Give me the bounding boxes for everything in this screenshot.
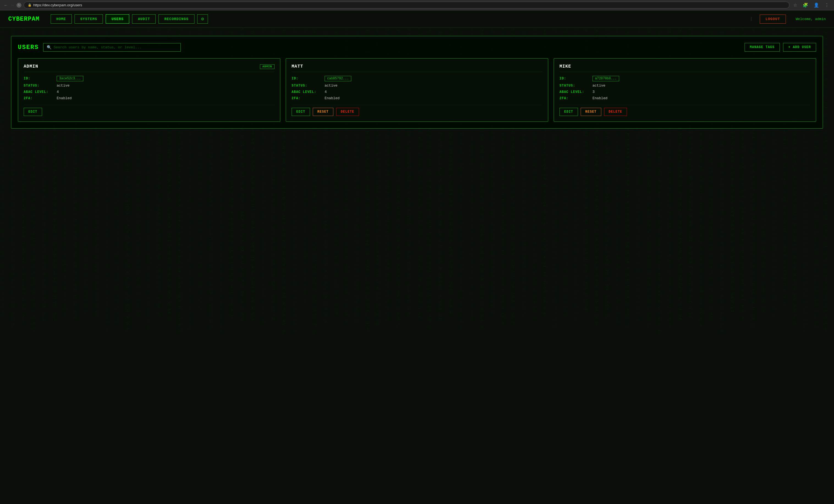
abac-value-admin: 4 <box>57 90 59 94</box>
twofa-label-mike: 2FA: <box>559 96 590 100</box>
card-body-matt: ID: cab85792... STATUS: active ABAC LEVE… <box>291 76 543 100</box>
reload-button[interactable]: ↻ <box>17 3 21 8</box>
card-row-id-admin: ID: 3ace52c3... <box>24 76 275 81</box>
card-row-id-mike: ID: a72870b8... <box>559 76 810 81</box>
nav-users[interactable]: USERS <box>106 14 129 24</box>
card-row-abac-mike: ABAC LEVEL: 3 <box>559 90 810 94</box>
status-label-matt: STATUS: <box>291 84 322 88</box>
panel-title: USERS <box>18 44 39 51</box>
nav-systems[interactable]: SYSTEMS <box>74 14 103 24</box>
edit-button-admin[interactable]: EDIT <box>24 108 42 116</box>
abac-label-mike: ABAC LEVEL: <box>559 90 590 94</box>
card-actions-matt: EDIT RESET DELETE <box>291 108 543 116</box>
status-value-mike: active <box>592 84 606 88</box>
welcome-text: Welcome, admin <box>796 17 826 21</box>
card-header-admin: ADMIN ADMIN <box>24 64 275 72</box>
manage-tags-button[interactable]: MANAGE TAGS <box>745 43 780 52</box>
edit-button-mike[interactable]: EDIT <box>559 108 578 116</box>
nav-recordings[interactable]: RECORDINGS <box>158 14 194 24</box>
status-value-admin: active <box>57 84 70 88</box>
panel-actions: MANAGE TAGS + ADD USER <box>745 43 816 52</box>
twofa-value-admin: Enabled <box>57 96 72 100</box>
menu-button[interactable]: ⋮ <box>823 2 831 8</box>
nav-separator: | <box>750 17 752 21</box>
profile-button[interactable]: 👤 <box>812 2 821 8</box>
abac-label-admin: ABAC LEVEL: <box>24 90 54 94</box>
logout-button[interactable]: LOGOUT <box>760 15 786 24</box>
browser-window-controls: ← → ↻ <box>3 3 21 8</box>
card-row-status-admin: STATUS: active <box>24 84 275 88</box>
username-mike: MIKE <box>559 64 571 69</box>
username-admin: ADMIN <box>24 64 38 69</box>
status-value-matt: active <box>325 84 337 88</box>
card-row-abac-admin: ABAC LEVEL: 4 <box>24 90 275 94</box>
search-input[interactable] <box>53 45 177 49</box>
card-row-status-matt: STATUS: active <box>291 84 543 88</box>
id-value-matt: cab85792... <box>325 76 351 81</box>
delete-button-matt[interactable]: DELETE <box>336 108 359 116</box>
twofa-label-admin: 2FA: <box>24 96 54 100</box>
card-row-2fa-admin: 2FA: Enabled <box>24 96 275 100</box>
user-cards-grid: ADMIN ADMIN ID: 3ace52c3... STATUS: acti… <box>18 58 816 122</box>
nav-links: HOME SYSTEMS USERS AUDIT RECORDINGS ⚙ <box>51 14 743 24</box>
card-body-mike: ID: a72870b8... STATUS: active ABAC LEVE… <box>559 76 810 100</box>
forward-button[interactable]: → <box>10 3 15 8</box>
bookmark-button[interactable]: ☆ <box>792 2 799 8</box>
abac-label-matt: ABAC LEVEL: <box>291 90 322 94</box>
user-card-mike: MIKE ID: a72870b8... STATUS: active ABAC… <box>554 58 816 122</box>
reset-button-mike[interactable]: RESET <box>581 108 601 116</box>
card-row-2fa-mike: 2FA: Enabled <box>559 96 810 100</box>
nav-settings-gear[interactable]: ⚙ <box>197 14 208 24</box>
url-text: https://dev.cyberpam.org/users <box>33 3 82 7</box>
extensions-button[interactable]: 🧩 <box>801 2 810 8</box>
panel-header: USERS 🔍 MANAGE TAGS + ADD USER <box>18 43 816 52</box>
username-matt: MATT <box>291 64 303 69</box>
card-body-admin: ID: 3ace52c3... STATUS: active ABAC LEVE… <box>24 76 275 100</box>
back-button[interactable]: ← <box>3 3 8 8</box>
card-header-matt: MATT <box>291 64 543 72</box>
card-row-id-matt: ID: cab85792... <box>291 76 543 81</box>
admin-badge: ADMIN <box>260 64 275 69</box>
card-actions-admin: EDIT <box>24 108 275 116</box>
id-label-matt: ID: <box>291 77 322 81</box>
card-row-abac-matt: ABAC LEVEL: 4 <box>291 90 543 94</box>
lock-icon: 🔒 <box>28 3 31 7</box>
user-card-admin: ADMIN ADMIN ID: 3ace52c3... STATUS: acti… <box>18 58 280 122</box>
status-label-mike: STATUS: <box>559 84 590 88</box>
address-bar[interactable]: 🔒 https://dev.cyberpam.org/users <box>24 2 789 8</box>
add-user-button[interactable]: + ADD USER <box>783 43 816 52</box>
twofa-value-matt: Enabled <box>325 96 340 100</box>
card-header-mike: MIKE <box>559 64 810 72</box>
reset-button-matt[interactable]: RESET <box>313 108 333 116</box>
twofa-value-mike: Enabled <box>592 96 608 100</box>
app-wrapper: CYBERPAM HOME SYSTEMS USERS AUDIT RECORD… <box>0 10 834 137</box>
twofa-label-matt: 2FA: <box>291 96 322 100</box>
search-icon: 🔍 <box>47 45 51 50</box>
card-actions-mike: EDIT RESET DELETE <box>559 108 810 116</box>
card-row-status-mike: STATUS: active <box>559 84 810 88</box>
nav-home[interactable]: HOME <box>51 14 72 24</box>
browser-chrome: ← → ↻ 🔒 https://dev.cyberpam.org/users ☆… <box>0 0 834 10</box>
card-row-2fa-matt: 2FA: Enabled <box>291 96 543 100</box>
id-value-admin: 3ace52c3... <box>57 76 83 81</box>
browser-action-buttons: ☆ 🧩 👤 ⋮ <box>792 2 831 8</box>
id-label-mike: ID: <box>559 77 590 81</box>
status-label-admin: STATUS: <box>24 84 54 88</box>
brand-logo: CYBERPAM <box>8 16 40 23</box>
navbar: CYBERPAM HOME SYSTEMS USERS AUDIT RECORD… <box>0 10 834 28</box>
delete-button-mike[interactable]: DELETE <box>604 108 627 116</box>
id-value-mike: a72870b8... <box>592 76 619 81</box>
main-content: USERS 🔍 MANAGE TAGS + ADD USER ADMIN ADM… <box>0 28 834 137</box>
nav-audit[interactable]: AUDIT <box>132 14 156 24</box>
user-card-matt: MATT ID: cab85792... STATUS: active ABAC… <box>286 58 548 122</box>
abac-value-matt: 4 <box>325 90 327 94</box>
id-label-admin: ID: <box>24 77 54 81</box>
users-panel: USERS 🔍 MANAGE TAGS + ADD USER ADMIN ADM… <box>11 36 823 129</box>
abac-value-mike: 3 <box>592 90 595 94</box>
search-wrapper: 🔍 <box>43 43 181 52</box>
edit-button-matt[interactable]: EDIT <box>291 108 310 116</box>
